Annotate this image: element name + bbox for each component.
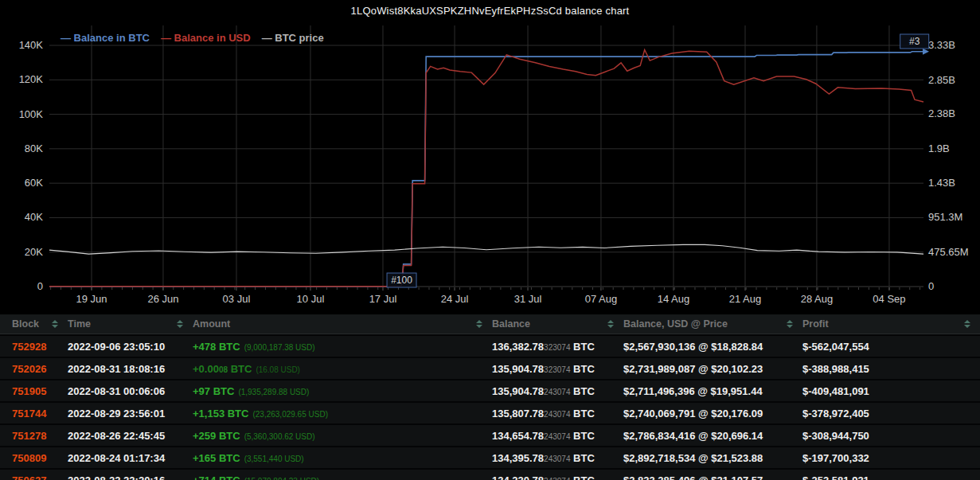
annotation-label: #3 xyxy=(909,36,920,47)
tx-profit: $-378,972,405 xyxy=(802,408,980,420)
balance-chart[interactable]: 020K40K60K80K100K120K140K0475.65M951.3M1… xyxy=(0,0,980,314)
tx-balance-usd: $2,567,930,136 @ $18,828.84 xyxy=(623,341,802,353)
x-axis-label: 21 Aug xyxy=(729,293,762,305)
block-link[interactable]: 751278 xyxy=(12,430,46,442)
block-link[interactable]: 751905 xyxy=(12,385,46,397)
sort-icon xyxy=(476,320,482,328)
amount-usd: (16.08 USD) xyxy=(256,365,300,374)
left-axis-label: 20K xyxy=(25,246,43,258)
tx-balance-usd: $2,731,989,087 @ $20,102.23 xyxy=(623,363,802,375)
tx-balance: 136,382.78323074 BTC xyxy=(492,341,623,353)
block-cell: 750809 xyxy=(0,452,68,464)
tx-balance-usd: $2,833,285,496 @ $21,107.57 xyxy=(623,474,802,480)
block-link[interactable]: 751744 xyxy=(12,408,46,420)
x-axis-label: 24 Jul xyxy=(441,293,469,305)
left-axis-label: 0 xyxy=(37,280,43,292)
tx-balance-usd: $2,740,069,791 @ $20,176.09 xyxy=(623,408,802,420)
left-axis-label: 80K xyxy=(25,142,43,154)
tx-time: 2022-08-24 01:17:34 xyxy=(68,452,193,464)
balance-sub-digits: 243074 xyxy=(544,477,570,480)
tx-time: 2022-08-26 22:45:45 xyxy=(68,430,193,442)
annotation-label: #100 xyxy=(391,275,412,286)
table-body: 7529282022-09-06 23:05:10+478 BTC(9,000,… xyxy=(0,334,980,480)
table-row: 7508092022-08-24 01:17:34+165 BTC(3,551,… xyxy=(0,446,980,468)
tx-profit: $-388,988,415 xyxy=(802,363,980,375)
amount-usd: (1,935,289.88 USD) xyxy=(238,388,309,396)
x-axis-label: 03 Jul xyxy=(223,293,251,305)
block-link[interactable]: 752928 xyxy=(12,341,46,353)
table-row: 7520262022-08-31 18:08:16+0.0008 BTC(16.… xyxy=(0,357,980,379)
tx-amount: +478 BTC(9,000,187.38 USD) xyxy=(193,341,492,353)
tx-profit: $-562,047,554 xyxy=(802,341,980,353)
block-cell: 751905 xyxy=(0,385,68,397)
tx-balance: 135,904.78323074 BTC xyxy=(492,363,623,375)
x-axis-label: 28 Aug xyxy=(801,293,834,305)
column-label: Amount xyxy=(193,318,230,330)
sort-icon xyxy=(964,320,970,328)
table-row: 7519052022-08-31 00:06:06+97 BTC(1,935,2… xyxy=(0,379,980,401)
x-axis-label: 07 Aug xyxy=(585,293,618,305)
table-row: 7506272022-08-22 22:20:16+714 BTC(15,070… xyxy=(0,468,980,480)
balance-sub-digits: 323074 xyxy=(544,365,570,374)
amount-usd: (15,070,804.23 USD) xyxy=(244,477,320,480)
chart-area: 020K40K60K80K100K120K140K0475.65M951.3M1… xyxy=(0,0,980,314)
table-row: 7512782022-08-26 22:45:45+259 BTC(5,360,… xyxy=(0,423,980,446)
amount-btc: +714 BTC xyxy=(193,474,240,480)
tx-amount: +0.0008 BTC(16.08 USD) xyxy=(193,363,492,375)
series-balance-in-usd xyxy=(49,50,923,287)
tx-time: 2022-08-22 22:20:16 xyxy=(68,474,193,480)
balance-sub-digits: 243074 xyxy=(544,455,570,463)
block-link[interactable]: 752026 xyxy=(12,363,46,375)
column-header-block[interactable]: Block xyxy=(0,318,68,330)
block-link[interactable]: 750627 xyxy=(12,474,46,480)
block-cell: 752026 xyxy=(0,363,68,375)
column-header-balance[interactable]: Balance xyxy=(492,318,623,330)
x-axis-label: 10 Jul xyxy=(297,293,325,305)
column-header-amount[interactable]: Amount xyxy=(193,318,492,330)
column-label: Balance xyxy=(492,318,530,330)
tx-amount: +714 BTC(15,070,804.23 USD) xyxy=(193,474,492,480)
tx-balance-usd: $2,711,496,396 @ $19,951.44 xyxy=(623,385,802,397)
x-axis-label: 17 Jul xyxy=(369,293,397,305)
amount-btc: +1,153 BTC xyxy=(193,408,248,420)
right-axis-label: 951.3M xyxy=(928,211,962,223)
legend-item-2[interactable]: — BTC price xyxy=(262,32,324,44)
table-header: BlockTimeAmountBalanceBalance, USD @ Pri… xyxy=(0,314,980,334)
amount-usd: (23,263,029.65 USD) xyxy=(252,410,328,419)
right-axis-label: 3.33B xyxy=(928,39,955,51)
column-header-profit[interactable]: Profit xyxy=(802,318,980,330)
table-row: 7529282022-09-06 23:05:10+478 BTC(9,000,… xyxy=(0,334,980,357)
tx-amount: +97 BTC(1,935,289.88 USD) xyxy=(193,385,492,397)
column-header-time[interactable]: Time xyxy=(68,318,193,330)
tx-balance: 134,654.78243074 BTC xyxy=(492,430,623,442)
tx-time: 2022-09-06 23:05:10 xyxy=(68,341,193,353)
tx-time: 2022-08-31 00:06:06 xyxy=(68,385,193,397)
block-cell: 751744 xyxy=(0,408,68,420)
legend-item-1[interactable]: — Balance in USD xyxy=(161,32,251,44)
sort-icon xyxy=(177,320,183,328)
block-link[interactable]: 750809 xyxy=(12,452,46,464)
transactions-table: BlockTimeAmountBalanceBalance, USD @ Pri… xyxy=(0,314,980,480)
left-axis-label: 120K xyxy=(19,73,44,85)
left-axis-label: 60K xyxy=(25,177,43,189)
left-axis-label: 100K xyxy=(19,108,44,120)
balance-chart-page: 020K40K60K80K100K120K140K0475.65M951.3M1… xyxy=(0,0,980,480)
right-axis-label: 1.43B xyxy=(928,177,955,189)
tx-profit: $-308,944,750 xyxy=(802,430,980,442)
column-header-balance-usd-price[interactable]: Balance, USD @ Price xyxy=(623,318,802,330)
x-axis-label: 14 Aug xyxy=(658,293,690,305)
right-axis-label: 1.9B xyxy=(928,142,950,154)
tx-balance: 134,230.78243074 BTC xyxy=(492,474,623,480)
x-axis-label: 04 Sep xyxy=(873,293,905,305)
amount-usd: (5,360,300.62 USD) xyxy=(244,432,315,441)
tx-balance-usd: $2,892,718,534 @ $21,523.88 xyxy=(623,452,802,464)
tx-time: 2022-08-31 18:08:16 xyxy=(68,363,193,375)
column-label: Time xyxy=(68,318,91,330)
x-axis-label: 19 Jun xyxy=(76,293,107,305)
column-label: Profit xyxy=(802,318,829,330)
tx-amount: +1,153 BTC(23,263,029.65 USD) xyxy=(193,408,492,420)
tx-balance-usd: $2,786,834,416 @ $20,696.14 xyxy=(623,430,802,442)
table-row: 7517442022-08-29 23:56:01+1,153 BTC(23,2… xyxy=(0,401,980,423)
legend-item-0[interactable]: — Balance in BTC xyxy=(61,32,150,44)
column-label: Block xyxy=(12,318,39,330)
